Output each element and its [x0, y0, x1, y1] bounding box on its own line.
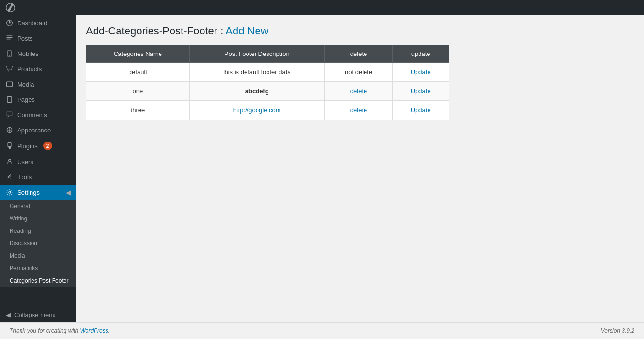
dashboard-icon: [6, 19, 13, 27]
col-header-delete: delete: [324, 45, 393, 63]
sub-menu-item-categories-post-footer[interactable]: Categories Post Footer: [0, 274, 76, 287]
col-header-categories-name: Categories Name: [86, 45, 190, 63]
row-2-delete: delete: [324, 82, 393, 101]
row-3-delete-link[interactable]: delete: [350, 107, 367, 114]
svg-rect-3: [7, 39, 11, 40]
categories-table: Categories Name Post Footer Description …: [86, 45, 449, 120]
table-row: one abcdefg delete Update: [86, 82, 449, 101]
footer-thank-you-text: Thank you for creating with: [10, 328, 80, 334]
collapse-menu[interactable]: ◀ Collapse menu: [0, 307, 76, 322]
posts-icon: [6, 34, 13, 42]
svg-point-5: [9, 55, 10, 56]
svg-point-11: [9, 191, 11, 193]
sub-menu-item-writing[interactable]: Writing: [0, 212, 76, 225]
appearance-icon: [6, 126, 13, 134]
collapse-label: Collapse menu: [14, 311, 56, 318]
sidebar-item-comments-label: Comments: [17, 111, 47, 119]
sidebar-item-posts-label: Posts: [17, 35, 33, 42]
users-icon: [6, 158, 13, 165]
plugins-badge: 2: [43, 142, 52, 150]
row-1-delete: not delete: [324, 63, 393, 82]
settings-icon: [6, 188, 13, 196]
sidebar-item-settings[interactable]: Settings ◀: [0, 185, 76, 200]
sidebar-item-users[interactable]: Users: [0, 154, 76, 169]
sub-menu-item-reading[interactable]: Reading: [0, 225, 76, 237]
footer-left: Thank you for creating with WordPress.: [10, 328, 110, 334]
sub-menu-item-general[interactable]: General: [0, 200, 76, 212]
table-row: default this is default footer data not …: [86, 63, 449, 82]
comments-icon: [6, 111, 13, 119]
sidebar-item-mobiles-label: Mobiles: [17, 50, 39, 57]
row-1-update-link[interactable]: Update: [411, 68, 431, 76]
app-layout: Dashboard Posts Mobiles Products Media: [0, 15, 644, 322]
row-2-update: Update: [393, 82, 449, 101]
sidebar-item-appearance[interactable]: Appearance: [0, 122, 76, 138]
row-3-name: three: [86, 101, 190, 120]
tools-icon: [6, 173, 13, 181]
svg-point-0: [9, 22, 10, 23]
row-2-update-link[interactable]: Update: [411, 87, 431, 95]
settings-sub-menu: General Writing Reading Discussion Media…: [0, 200, 76, 287]
main-content: Add-Categories-Post-Footer : Add New Cat…: [76, 15, 644, 322]
footer: Thank you for creating with WordPress. V…: [0, 322, 644, 339]
sub-menu-item-permalinks[interactable]: Permalinks: [0, 262, 76, 274]
sidebar-item-tools-label: Tools: [17, 174, 32, 181]
products-icon: [6, 65, 13, 73]
svg-rect-6: [7, 82, 13, 87]
footer-version: Version 3.9.2: [601, 328, 634, 334]
sidebar-item-comments[interactable]: Comments: [0, 107, 76, 122]
sub-menu-item-media[interactable]: Media: [0, 250, 76, 262]
sidebar-item-plugins-label: Plugins: [17, 142, 38, 150]
sidebar-item-media[interactable]: Media: [0, 77, 76, 92]
row-3-update-link[interactable]: Update: [411, 107, 431, 114]
page-title: Add-Categories-Post-Footer : Add New: [86, 25, 634, 37]
col-header-update: update: [393, 45, 449, 63]
row-3-update: Update: [393, 101, 449, 120]
table-row: three http://google.com delete Update: [86, 101, 449, 120]
settings-arrow: ◀: [66, 189, 71, 196]
page-title-static: Add-Categories-Post-Footer :: [86, 25, 225, 37]
svg-rect-9: [8, 143, 11, 147]
row-2-description-bold: abcdefg: [245, 87, 269, 95]
row-2-description: abcdefg: [189, 82, 324, 101]
mobiles-icon: [6, 50, 13, 57]
col-header-post-footer-description: Post Footer Description: [189, 45, 324, 63]
sidebar-item-plugins[interactable]: Plugins 2: [0, 138, 76, 154]
sidebar-item-media-label: Media: [17, 81, 34, 88]
footer-period: .: [108, 328, 110, 334]
row-3-description-link[interactable]: http://google.com: [233, 107, 281, 114]
footer-wordpress-link[interactable]: WordPress: [80, 328, 108, 334]
sidebar-item-posts[interactable]: Posts: [0, 31, 76, 46]
row-2-name: one: [86, 82, 190, 101]
sidebar-item-dashboard-label: Dashboard: [17, 20, 48, 27]
sidebar-item-tools[interactable]: Tools: [0, 169, 76, 185]
collapse-icon: ◀: [6, 311, 11, 318]
sidebar-item-products-label: Products: [17, 66, 42, 73]
sidebar-item-dashboard[interactable]: Dashboard: [0, 15, 76, 31]
plugins-icon: [6, 142, 13, 150]
svg-rect-7: [7, 97, 12, 103]
row-1-description: this is default footer data: [189, 63, 324, 82]
row-1-update: Update: [393, 63, 449, 82]
row-3-description: http://google.com: [189, 101, 324, 120]
sidebar-item-products[interactable]: Products: [0, 61, 76, 77]
add-new-link[interactable]: Add New: [225, 25, 268, 37]
sidebar: Dashboard Posts Mobiles Products Media: [0, 15, 76, 322]
sidebar-item-settings-label: Settings: [17, 189, 40, 196]
wp-logo: [5, 2, 16, 13]
svg-point-10: [9, 159, 11, 162]
svg-rect-1: [7, 35, 13, 36]
row-3-delete: delete: [324, 101, 393, 120]
top-bar: [0, 0, 644, 15]
row-1-name: default: [86, 63, 190, 82]
sub-menu-item-discussion[interactable]: Discussion: [0, 237, 76, 250]
row-2-delete-link[interactable]: delete: [350, 87, 367, 95]
sidebar-item-users-label: Users: [17, 158, 33, 165]
sidebar-item-appearance-label: Appearance: [17, 127, 51, 134]
sidebar-item-mobiles[interactable]: Mobiles: [0, 46, 76, 61]
sidebar-item-pages[interactable]: Pages: [0, 92, 76, 107]
svg-rect-2: [7, 37, 13, 38]
media-icon: [6, 80, 13, 88]
sidebar-item-pages-label: Pages: [17, 96, 35, 103]
pages-icon: [6, 96, 13, 103]
